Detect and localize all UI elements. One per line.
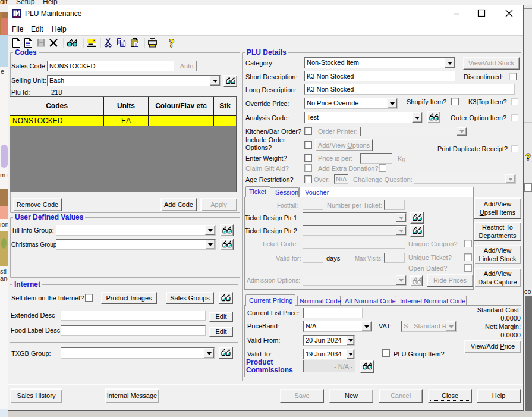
svg-text:?: ? — [525, 152, 531, 162]
svg-text:?: ? — [169, 38, 175, 48]
